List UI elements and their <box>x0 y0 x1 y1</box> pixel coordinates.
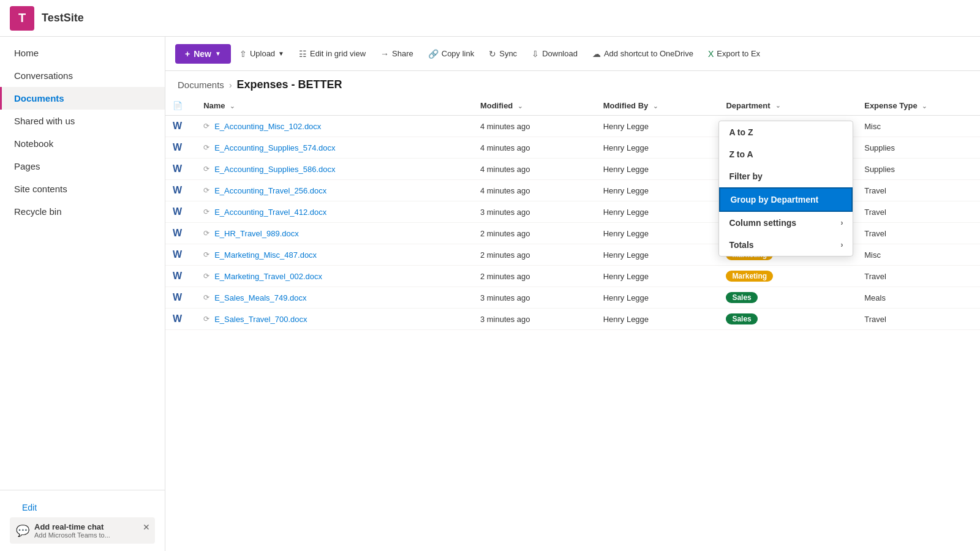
th-modified-by[interactable]: Modified By ⌄ <box>596 96 719 116</box>
department-badge: Sales <box>726 292 757 303</box>
file-name-link[interactable]: E_Accounting_Travel_412.docx <box>214 208 326 217</box>
table-row: W⟳E_Marketing_Misc_487.docx2 minutes ago… <box>165 244 980 266</box>
table-row: W⟳E_Sales_Meals_749.docx3 minutes agoHen… <box>165 287 980 309</box>
row-name: ⟳E_Accounting_Travel_256.docx <box>196 180 473 201</box>
sync-button[interactable]: ↻ Sync <box>483 45 523 62</box>
breadcrumb-parent[interactable]: Documents <box>178 80 224 90</box>
main-content: + New ▼ ⇧ Upload ▼ ☷ Edit in grid view →… <box>165 37 980 551</box>
command-bar: + New ▼ ⇧ Upload ▼ ☷ Edit in grid view →… <box>165 37 980 71</box>
totals-arrow: › <box>840 241 843 249</box>
name-sort-icon: ⌄ <box>230 103 235 110</box>
row-expense-type: Travel <box>857 223 980 244</box>
file-name-link[interactable]: E_Accounting_Supplies_574.docx <box>214 143 335 152</box>
sync-status-icon: ⟳ <box>203 315 209 323</box>
upload-button[interactable]: ⇧ Upload ▼ <box>233 45 290 62</box>
word-doc-icon: W <box>173 228 182 238</box>
th-expense-type[interactable]: Expense Type ⌄ <box>857 96 980 116</box>
sync-icon: ↻ <box>489 49 496 59</box>
file-name-link[interactable]: E_Accounting_Travel_256.docx <box>214 186 326 195</box>
sidebar: Home Conversations Documents Shared with… <box>0 37 165 551</box>
sidebar-item-pages[interactable]: Pages <box>0 155 165 178</box>
table-row: W⟳E_Accounting_Travel_256.docx4 minutes … <box>165 180 980 201</box>
export-button[interactable]: X Export to Ex <box>702 45 766 62</box>
th-name[interactable]: Name ⌄ <box>196 96 473 116</box>
word-doc-icon: W <box>173 163 182 174</box>
row-name: ⟳E_Accounting_Travel_412.docx <box>196 201 473 223</box>
file-name-link[interactable]: E_HR_Travel_989.docx <box>214 229 299 238</box>
row-modified-by: Henry Legge <box>596 309 719 330</box>
real-time-chat-banner: 💬 Add real-time chat Add Microsoft Teams… <box>10 517 155 544</box>
new-button[interactable]: + New ▼ <box>175 44 231 64</box>
row-modified: 4 minutes ago <box>473 116 596 137</box>
th-modified[interactable]: Modified ⌄ <box>473 96 596 116</box>
dropdown-item-totals[interactable]: Totals › <box>719 234 853 256</box>
row-department: Sales <box>718 287 857 309</box>
edit-link[interactable]: Edit <box>10 498 155 517</box>
sidebar-item-home[interactable]: Home <box>0 42 165 64</box>
sync-status-icon: ⟳ <box>203 122 209 130</box>
file-name-link[interactable]: E_Marketing_Travel_002.docx <box>214 272 322 281</box>
sidebar-footer: Edit 💬 Add real-time chat Add Microsoft … <box>0 490 165 551</box>
row-modified: 4 minutes ago <box>473 180 596 201</box>
sync-status-icon: ⟳ <box>203 229 209 238</box>
upload-icon: ⇧ <box>239 49 247 59</box>
breadcrumb-separator: › <box>229 80 232 90</box>
breadcrumb: Documents › Expenses - BETTER <box>165 71 980 96</box>
file-name-link[interactable]: E_Accounting_Misc_102.docx <box>214 122 321 131</box>
table-row: W⟳E_Accounting_Supplies_574.docx4 minute… <box>165 137 980 159</box>
file-name-link[interactable]: E_Sales_Travel_700.docx <box>214 315 307 324</box>
chat-text: Add real-time chat Add Microsoft Teams t… <box>34 522 110 539</box>
row-modified-by: Henry Legge <box>596 266 719 287</box>
sidebar-item-recycle-bin[interactable]: Recycle bin <box>0 200 165 223</box>
department-header-button[interactable]: Department ⌄ <box>726 101 780 110</box>
table-row: W⟳E_Accounting_Misc_102.docx4 minutes ag… <box>165 116 980 137</box>
row-name: ⟳E_Marketing_Travel_002.docx <box>196 266 473 287</box>
file-type-icon: 📄 <box>173 101 183 110</box>
sidebar-item-notebook[interactable]: Notebook <box>0 132 165 155</box>
row-expense-type: Travel <box>857 266 980 287</box>
row-expense-type: Supplies <box>857 137 980 159</box>
sidebar-item-documents[interactable]: Documents <box>0 87 165 110</box>
sidebar-item-shared[interactable]: Shared with us <box>0 110 165 132</box>
row-modified: 2 minutes ago <box>473 223 596 244</box>
dropdown-item-filter-by[interactable]: Filter by <box>719 165 853 187</box>
dropdown-item-group-by-department[interactable]: Group by Department <box>719 187 853 212</box>
top-bar: T TestSite <box>0 0 980 37</box>
department-badge: Sales <box>726 313 757 324</box>
new-chevron-icon: ▼ <box>215 50 221 57</box>
file-name-link[interactable]: E_Sales_Meals_749.docx <box>214 293 306 302</box>
word-doc-icon: W <box>173 121 182 131</box>
row-file-type-icon: W <box>165 201 196 223</box>
row-modified-by: Henry Legge <box>596 287 719 309</box>
file-name-link[interactable]: E_Marketing_Misc_487.docx <box>214 250 317 260</box>
row-name: ⟳E_Sales_Meals_749.docx <box>196 287 473 309</box>
table-row: W⟳E_Accounting_Travel_412.docx3 minutes … <box>165 201 980 223</box>
share-button[interactable]: → Share <box>374 45 420 62</box>
grid-icon: ☷ <box>299 49 307 59</box>
sidebar-item-site-contents[interactable]: Site contents <box>0 178 165 200</box>
sidebar-item-conversations[interactable]: Conversations <box>0 64 165 87</box>
row-department: Marketing <box>718 266 857 287</box>
dropdown-item-z-to-a[interactable]: Z to A <box>719 143 853 165</box>
edit-grid-button[interactable]: ☷ Edit in grid view <box>293 45 372 62</box>
row-name: ⟳E_Accounting_Supplies_586.docx <box>196 159 473 180</box>
th-department[interactable]: Department ⌄ A to Z Z to A <box>718 96 857 116</box>
word-doc-icon: W <box>173 185 182 195</box>
file-name-link[interactable]: E_Accounting_Supplies_586.docx <box>214 165 335 174</box>
row-expense-type: Supplies <box>857 159 980 180</box>
add-shortcut-button[interactable]: ☁ Add shortcut to OneDrive <box>586 45 699 62</box>
close-icon[interactable]: ✕ <box>143 522 150 532</box>
row-file-type-icon: W <box>165 116 196 137</box>
download-button[interactable]: ⇩ Download <box>526 45 584 62</box>
teams-icon: 💬 <box>16 524 29 538</box>
department-sort-icon: ⌄ <box>775 102 780 109</box>
row-file-type-icon: W <box>165 287 196 309</box>
dropdown-item-column-settings[interactable]: Column settings › <box>719 212 853 234</box>
site-name: TestSite <box>42 12 84 24</box>
dropdown-item-a-to-z[interactable]: A to Z <box>719 121 853 143</box>
plus-icon: + <box>185 49 190 59</box>
onedrive-icon: ☁ <box>592 49 601 59</box>
row-name: ⟳E_Marketing_Misc_487.docx <box>196 244 473 266</box>
layout: Home Conversations Documents Shared with… <box>0 37 980 551</box>
copy-link-button[interactable]: 🔗 Copy link <box>422 45 480 62</box>
